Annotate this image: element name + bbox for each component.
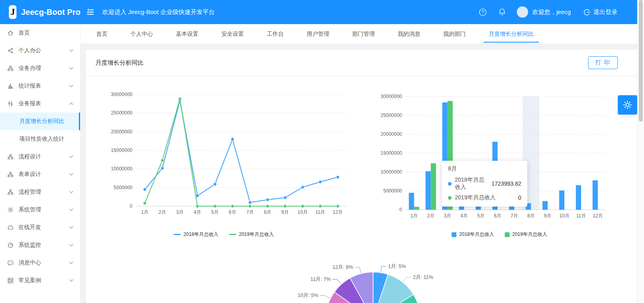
tab[interactable]: 安全设置	[221, 24, 244, 44]
legend-label: 2018年月总收入	[459, 231, 494, 238]
sidebar-item[interactable]: 表单设计	[0, 166, 80, 183]
user-greeting[interactable]: 欢迎您，jeecg	[532, 8, 571, 16]
pie-label: 1月: 5%	[388, 264, 406, 269]
sidebar-item-label: 个人办公	[19, 47, 41, 54]
sidebar-subitem[interactable]: 月度增长分析同比	[0, 113, 80, 130]
sidebar-item-label: 流程管理	[19, 188, 41, 196]
svg-text:2月: 2月	[427, 213, 435, 219]
svg-text:7月: 7月	[510, 213, 518, 219]
cloud-icon	[7, 224, 14, 231]
legend-item[interactable]: 2019年月总收入	[505, 231, 547, 238]
tab[interactable]: 我的部门	[443, 24, 466, 44]
settings-float-button[interactable]	[618, 95, 637, 115]
tab[interactable]: 工作台	[267, 24, 284, 44]
tab[interactable]: 基本设置	[176, 24, 198, 44]
page-scrollbar[interactable]	[637, 0, 644, 303]
sidebar-item-label: 系统监控	[19, 242, 41, 249]
chevron-down-icon	[69, 209, 73, 211]
cluster-icon	[7, 189, 14, 195]
cluster-icon	[7, 154, 14, 160]
tab[interactable]: 我的消息	[398, 24, 420, 44]
cluster-icon	[7, 65, 14, 72]
sidebar-item[interactable]: 个人办公	[0, 42, 80, 59]
pie-label: 2月: 11%	[413, 274, 433, 280]
sidebar-item[interactable]: 流程管理	[0, 183, 80, 201]
svg-text:9月: 9月	[544, 213, 551, 219]
svg-text:10000000: 10000000	[381, 169, 402, 175]
svg-text:8月: 8月	[527, 213, 535, 219]
sidebar-item-label: 系统管理	[19, 206, 41, 213]
legend-item[interactable]: 2019年月总收入	[229, 231, 274, 238]
tooltip-row: 2018年月总收入1723993.82	[448, 176, 521, 191]
chart-tooltip: 8月2018年月总收入1723993.822019年月总收入0	[442, 161, 527, 207]
legend-item[interactable]: 2018年月总收入	[452, 231, 494, 238]
menu-fold-icon[interactable]	[86, 8, 94, 16]
sidebar-item[interactable]: 常见案例	[0, 272, 80, 289]
tooltip-series-name: 2018年月总收入	[455, 176, 486, 191]
pie-label: 12月: 8%	[332, 264, 353, 270]
welcome-banner: 欢迎进入 Jeecg-Boot 企业级快速开发平台	[102, 8, 215, 16]
sidebar-item[interactable]: 流程设计	[0, 148, 80, 166]
tab[interactable]: 首页	[96, 24, 107, 44]
scrollbar-thumb[interactable]	[639, 0, 643, 122]
svg-text:3月: 3月	[176, 209, 184, 215]
chevron-down-icon	[69, 156, 73, 158]
svg-text:15000000: 15000000	[381, 150, 402, 156]
print-button[interactable]: 打 印	[588, 56, 618, 69]
svg-text:3月: 3月	[444, 213, 451, 219]
legend-marker	[452, 232, 456, 237]
page-title: 月度增长分析同比	[95, 59, 144, 67]
sidebar-item-label: 首页	[19, 29, 30, 37]
tooltip-series-value: 1723993.82	[486, 180, 521, 187]
sidebar-item-label: 消息中心	[19, 259, 41, 266]
sidebar-item-label: 表单设计	[19, 171, 41, 178]
sidebar-subitem[interactable]: 项目性质收入统计	[0, 130, 80, 148]
tab[interactable]: 月度增长分析同比	[489, 24, 534, 44]
tab[interactable]: 个人中心	[130, 24, 153, 44]
svg-text:15000000: 15000000	[111, 147, 133, 153]
svg-text:25000000: 25000000	[381, 113, 402, 118]
pie-label: 11月: 7%	[310, 276, 331, 282]
tab-bar: 首页个人中心基本设置安全设置工作台用户管理部门管理我的消息我的部门月度增长分析同…	[80, 24, 644, 44]
sidebar-item[interactable]: 首页	[0, 24, 80, 42]
svg-text:12月: 12月	[333, 209, 343, 215]
logout-button[interactable]: 退出登录	[584, 8, 617, 16]
sidebar-item[interactable]: 系统管理	[0, 201, 80, 219]
app-logo[interactable]: J Jeecg-Boot Pro	[0, 5, 80, 19]
message-icon	[7, 260, 14, 266]
line-chart[interactable]: 0500000010000000150000002000000025000000…	[86, 84, 361, 240]
tab[interactable]: 用户管理	[307, 24, 329, 44]
sliders-icon	[7, 100, 14, 107]
apartment-icon	[7, 171, 14, 178]
bell-icon[interactable]	[496, 6, 508, 18]
sidebar-item[interactable]: 系统监控	[0, 236, 80, 254]
svg-text:5月: 5月	[211, 209, 219, 215]
sidebar-item[interactable]: 统计报表	[0, 77, 80, 95]
sidebar-item[interactable]: 在线开发	[0, 219, 80, 236]
svg-text:5000000: 5000000	[114, 185, 132, 190]
svg-text:4月: 4月	[194, 209, 201, 215]
app-header: J Jeecg-Boot Pro 欢迎进入 Jeecg-Boot 企业级快速开发…	[0, 0, 644, 24]
svg-text:6月: 6月	[229, 209, 236, 215]
tab[interactable]: 部门管理	[352, 24, 375, 44]
sidebar-item-label: 流程设计	[19, 153, 41, 160]
legend-item[interactable]: 2018年月总收入	[173, 231, 219, 238]
chevron-down-icon	[69, 279, 73, 282]
tooltip-row: 2019年月总收入0	[448, 194, 521, 201]
sidebar-item[interactable]: 业务报表	[0, 95, 80, 113]
dashboard-icon	[7, 242, 14, 248]
chevron-up-icon	[69, 102, 73, 105]
grid-icon	[7, 277, 14, 284]
svg-text:25000000: 25000000	[111, 110, 133, 116]
sidebar-item[interactable]: 消息中心	[0, 254, 80, 272]
avatar[interactable]	[517, 6, 528, 18]
bar-chart[interactable]: 0500000010000000150000002000000025000000…	[361, 84, 637, 240]
svg-text:11月: 11月	[576, 213, 586, 219]
svg-text:8月: 8月	[264, 209, 272, 215]
svg-text:10月: 10月	[297, 209, 308, 215]
pie-chart[interactable]: 1月: 5%2月: 11%3月: 30%4月: 3%5月: 6%6月: 19%7…	[86, 246, 637, 303]
svg-text:1月: 1月	[141, 209, 149, 215]
pie-chart-svg: 1月: 5%2月: 11%3月: 30%4月: 3%5月: 6%6月: 19%7…	[232, 246, 514, 303]
sidebar-item[interactable]: 业务办理	[0, 59, 80, 77]
help-icon[interactable]: ?	[477, 6, 489, 18]
